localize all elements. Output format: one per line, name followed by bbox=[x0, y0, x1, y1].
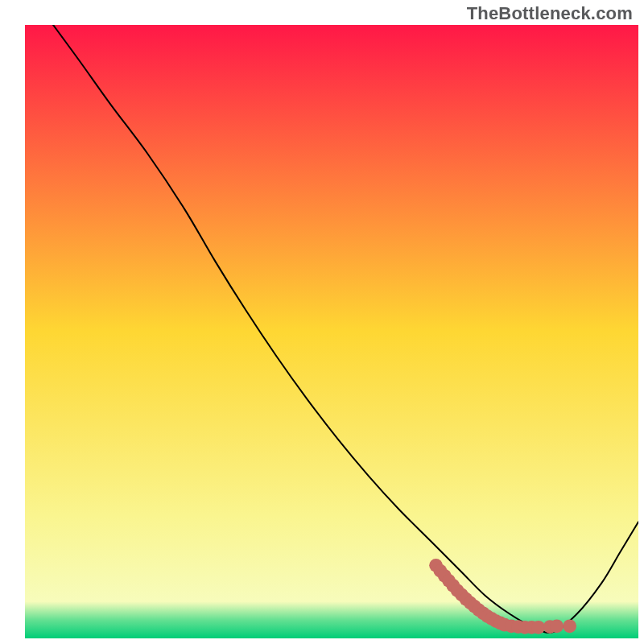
gradient-background bbox=[25, 25, 638, 638]
marker bbox=[531, 621, 545, 634]
bottleneck-chart bbox=[0, 0, 644, 644]
marker bbox=[550, 619, 564, 633]
chart-container: { "watermark": "TheBottleneck.com", "cha… bbox=[0, 0, 644, 644]
watermark-text: TheBottleneck.com bbox=[467, 3, 633, 24]
marker bbox=[563, 619, 576, 633]
